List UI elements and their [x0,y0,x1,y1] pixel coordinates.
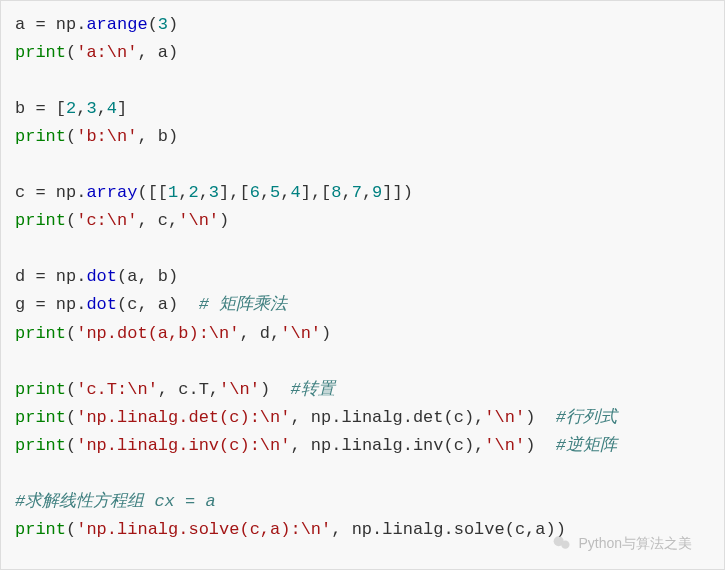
paren: ) [260,380,291,399]
code-line-5: c = np.array([[1,2,3],[6,5,4],[8,7,9]]) [15,179,710,207]
num-literal: 2 [188,183,198,202]
string-literal: 'c:\n' [76,211,137,230]
code-text: g = np. [15,295,86,314]
string-literal: '\n' [178,211,219,230]
string-literal: 'a:\n' [76,43,137,62]
paren: ) [321,324,331,343]
comma: , [260,183,270,202]
code-line-14: print('np.linalg.solve(c,a):\n', np.lina… [15,516,710,544]
string-literal: '\n' [484,408,525,427]
num-literal: 3 [209,183,219,202]
code-text: , np.linalg.inv(c), [290,436,484,455]
kw-print: print [15,43,66,62]
num-literal: 4 [107,99,117,118]
paren: ( [66,436,76,455]
code-text: , c, [137,211,178,230]
num-literal: 3 [86,99,96,118]
paren: (c, a) [117,295,199,314]
fn-arange: arange [86,15,147,34]
num-literal: 4 [290,183,300,202]
code-text: b = [ [15,99,66,118]
paren: ( [148,15,158,34]
num-literal: 5 [270,183,280,202]
blank-line [15,67,710,95]
kw-print: print [15,436,66,455]
code-text: , np.linalg.det(c), [290,408,484,427]
blank-line [15,460,710,488]
comma: , [97,99,107,118]
string-literal: 'c.T:\n' [76,380,158,399]
bracket: ]]) [382,183,413,202]
code-text: , d, [239,324,280,343]
code-line-1: a = np.arange(3) [15,11,710,39]
num-literal: 8 [331,183,341,202]
code-text: , np.linalg.solve(c,a)) [331,520,566,539]
bracket: ],[ [219,183,250,202]
paren: ([[ [137,183,168,202]
code-text: a = np. [15,15,86,34]
kw-print: print [15,520,66,539]
code-line-13: #求解线性方程组 cx = a [15,488,710,516]
num-literal: 7 [352,183,362,202]
kw-print: print [15,380,66,399]
num-literal: 9 [372,183,382,202]
code-text: c = np. [15,183,86,202]
string-literal: 'np.dot(a,b):\n' [76,324,239,343]
blank-line [15,151,710,179]
comma: , [362,183,372,202]
paren: ( [66,324,76,343]
code-line-9: print('np.dot(a,b):\n', d,'\n') [15,320,710,348]
code-text: , c.T, [158,380,219,399]
string-literal: 'np.linalg.inv(c):\n' [76,436,290,455]
code-line-2: print('a:\n', a) [15,39,710,67]
string-literal: 'b:\n' [76,127,137,146]
num-literal: 1 [168,183,178,202]
string-literal: '\n' [280,324,321,343]
kw-print: print [15,211,66,230]
paren: ) [525,436,556,455]
fn-dot: dot [86,295,117,314]
paren: ) [219,211,229,230]
blank-line [15,348,710,376]
code-line-10: print('c.T:\n', c.T,'\n') #转置 [15,376,710,404]
code-line-11: print('np.linalg.det(c):\n', np.linalg.d… [15,404,710,432]
paren: ( [66,211,76,230]
code-block: a = np.arange(3) print('a:\n', a) b = [2… [0,0,725,570]
fn-dot: dot [86,267,117,286]
bracket: ],[ [301,183,332,202]
code-line-3: b = [2,3,4] [15,95,710,123]
paren: ( [66,380,76,399]
string-literal: 'np.linalg.solve(c,a):\n' [76,520,331,539]
code-text: d = np. [15,267,86,286]
comma: , [199,183,209,202]
code-text: , b) [137,127,178,146]
string-literal: '\n' [219,380,260,399]
comma: , [76,99,86,118]
num-literal: 3 [158,15,168,34]
comma: , [178,183,188,202]
num-literal: 6 [250,183,260,202]
comma: , [342,183,352,202]
paren: ) [525,408,556,427]
num-literal: 2 [66,99,76,118]
comment: #逆矩阵 [556,436,617,455]
string-literal: 'np.linalg.det(c):\n' [76,408,290,427]
code-line-6: print('c:\n', c,'\n') [15,207,710,235]
kw-print: print [15,408,66,427]
comment: #转置 [290,380,334,399]
comment: # 矩阵乘法 [199,295,287,314]
kw-print: print [15,324,66,343]
paren: ( [66,520,76,539]
paren: (a, b) [117,267,178,286]
string-literal: '\n' [484,436,525,455]
code-text: , a) [137,43,178,62]
blank-line [15,235,710,263]
code-line-12: print('np.linalg.inv(c):\n', np.linalg.i… [15,432,710,460]
comment: #求解线性方程组 cx = a [15,492,216,511]
kw-print: print [15,127,66,146]
code-line-4: print('b:\n', b) [15,123,710,151]
paren: ( [66,43,76,62]
fn-array: array [86,183,137,202]
code-line-8: g = np.dot(c, a) # 矩阵乘法 [15,291,710,319]
paren: ( [66,127,76,146]
